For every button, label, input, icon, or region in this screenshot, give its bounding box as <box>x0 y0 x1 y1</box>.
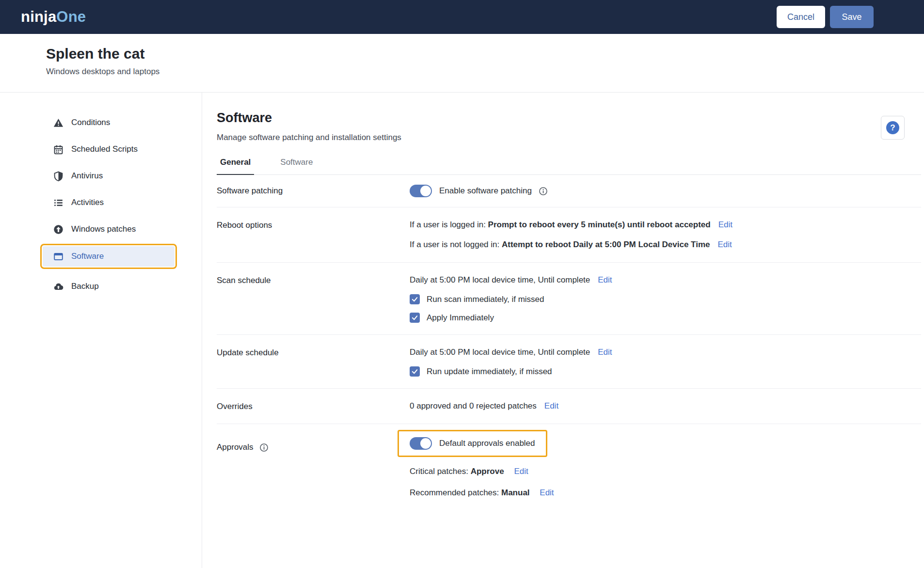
recommended-patches-value: Manual <box>501 488 530 497</box>
warning-triangle-icon <box>53 118 64 128</box>
ninjaone-logo: ninjaOne <box>21 8 86 26</box>
toggle-knob <box>420 186 431 196</box>
reboot-not-logged-in-prefix: If a user is not logged in: <box>410 239 499 251</box>
scan-schedule-value-line: Daily at 5:00 PM local device time, Unti… <box>410 274 921 286</box>
info-icon[interactable] <box>259 443 269 452</box>
sidebar-item-scheduled-scripts[interactable]: Scheduled Scripts <box>43 140 175 159</box>
recommended-patches-prefix: Recommended patches: <box>410 488 501 497</box>
sidebar-item-label: Antivirus <box>71 171 103 181</box>
update-schedule-value-line: Daily at 5:00 PM local device time, Unti… <box>410 347 921 358</box>
scan-missed-checkbox-row: Run scan immediately, if missed <box>410 294 921 304</box>
sidebar-item-software[interactable]: Software <box>43 246 175 267</box>
reboot-not-logged-in-edit-link[interactable]: Edit <box>717 239 732 251</box>
reboot-logged-in-prefix: If a user is logged in: <box>410 219 486 231</box>
update-schedule-value: Daily at 5:00 PM local device time, Unti… <box>410 347 590 358</box>
row-update-schedule: Update schedule Daily at 5:00 PM local d… <box>217 335 921 389</box>
toggle-knob <box>420 438 431 449</box>
checkmark-icon <box>411 368 418 375</box>
logo-text-one: One <box>56 8 86 25</box>
sidebar-item-label: Software <box>71 252 104 261</box>
sidebar-item-label: Windows patches <box>71 224 136 234</box>
run-update-if-missed-label: Run update immediately, if missed <box>427 367 552 377</box>
row-approvals: Approvals Default approvals enabled Crit… <box>217 424 921 510</box>
sidebar-item-backup[interactable]: Backup <box>43 277 175 296</box>
software-patching-label: Software patching <box>217 186 410 196</box>
reboot-not-logged-in-line: If a user is not logged in: Attempt to r… <box>410 239 921 251</box>
apply-immediately-label: Apply Immediately <box>427 313 494 323</box>
page-title: Software <box>217 110 921 126</box>
tab-bar: General Software <box>217 156 921 175</box>
overrides-edit-link[interactable]: Edit <box>544 400 558 412</box>
checkmark-icon <box>411 314 418 321</box>
window-icon <box>53 252 64 262</box>
sidebar-item-label: Backup <box>71 282 99 291</box>
row-software-patching: Software patching Enable software patchi… <box>217 175 921 207</box>
main-content: ? Software Manage software patching and … <box>202 93 924 568</box>
sidebar-item-label: Activities <box>71 198 104 207</box>
sidebar: Conditions Scheduled Scripts Antivirus A… <box>0 93 202 568</box>
tab-general[interactable]: General <box>217 156 254 175</box>
reboot-logged-in-line: If a user is logged in: Prompt to reboot… <box>410 219 921 231</box>
critical-patches-prefix: Critical patches: <box>410 467 471 476</box>
default-approvals-toggle-label: Default approvals enabled <box>439 439 535 448</box>
checkmark-icon <box>411 296 418 303</box>
topbar-actions: Cancel Save <box>777 6 874 28</box>
software-patching-toggle-label: Enable software patching <box>439 186 532 196</box>
overrides-value-line: 0 approved and 0 rejected patches Edit <box>410 400 921 412</box>
scan-schedule-edit-link[interactable]: Edit <box>598 274 612 286</box>
recommended-patches-edit-link[interactable]: Edit <box>540 488 554 497</box>
device-header: Spleen the cat Windows desktops and lapt… <box>0 34 924 93</box>
device-name: Spleen the cat <box>46 46 924 62</box>
list-icon <box>53 198 64 208</box>
sidebar-item-conditions[interactable]: Conditions <box>43 113 175 132</box>
apply-immediately-checkbox-row: Apply Immediately <box>410 313 921 323</box>
device-subtitle: Windows desktops and laptops <box>46 67 924 77</box>
critical-patches-edit-link[interactable]: Edit <box>514 467 528 476</box>
top-bar: ninjaOne Cancel Save <box>0 0 924 34</box>
approvals-label-wrap: Approvals <box>217 436 410 452</box>
run-scan-if-missed-checkbox[interactable] <box>410 294 420 304</box>
save-button[interactable]: Save <box>830 6 874 28</box>
update-schedule-edit-link[interactable]: Edit <box>598 347 612 358</box>
row-reboot-options: Reboot options If a user is logged in: P… <box>217 207 921 263</box>
tab-software[interactable]: Software <box>277 156 316 174</box>
apply-immediately-checkbox[interactable] <box>410 313 420 323</box>
default-approvals-toggle[interactable] <box>410 437 432 450</box>
row-scan-schedule: Scan schedule Daily at 5:00 PM local dev… <box>217 263 921 335</box>
recommended-patches-line: Recommended patches: Manual Edit <box>410 487 921 499</box>
sidebar-item-label: Conditions <box>71 118 110 127</box>
sidebar-item-antivirus[interactable]: Antivirus <box>43 166 175 186</box>
overrides-value: 0 approved and 0 rejected patches <box>410 400 537 412</box>
update-schedule-label: Update schedule <box>217 347 410 358</box>
update-missed-checkbox-row: Run update immediately, if missed <box>410 366 921 377</box>
software-patching-toggle[interactable] <box>410 185 432 197</box>
shield-icon <box>53 171 64 181</box>
page-subtitle: Manage software patching and installatio… <box>217 133 921 142</box>
run-scan-if-missed-label: Run scan immediately, if missed <box>427 295 544 304</box>
arrow-up-circle-icon <box>53 224 64 235</box>
sidebar-item-windows-patches[interactable]: Windows patches <box>43 220 175 239</box>
cancel-button[interactable]: Cancel <box>777 6 825 28</box>
reboot-options-label: Reboot options <box>217 219 410 230</box>
info-icon[interactable] <box>539 187 548 196</box>
overrides-label: Overrides <box>217 400 410 411</box>
cloud-upload-icon <box>53 282 64 292</box>
sidebar-item-activities[interactable]: Activities <box>43 193 175 212</box>
row-overrides: Overrides 0 approved and 0 rejected patc… <box>217 389 921 424</box>
logo-text-ninja: ninja <box>21 8 56 25</box>
approvals-label: Approvals <box>217 442 254 452</box>
run-update-if-missed-checkbox[interactable] <box>410 366 420 377</box>
reboot-not-logged-in-value: Attempt to reboot Daily at 5:00 PM Local… <box>502 239 710 251</box>
calendar-icon <box>53 144 64 155</box>
scan-schedule-value: Daily at 5:00 PM local device time, Unti… <box>410 274 590 286</box>
critical-patches-value: Approve <box>471 467 504 476</box>
reboot-logged-in-value: Prompt to reboot every 5 minute(s) until… <box>488 219 711 231</box>
question-mark-icon: ? <box>886 121 899 134</box>
reboot-logged-in-edit-link[interactable]: Edit <box>718 219 733 231</box>
scan-schedule-label: Scan schedule <box>217 274 410 285</box>
sidebar-item-label: Scheduled Scripts <box>71 144 138 154</box>
critical-patches-line: Critical patches: Approve Edit <box>410 466 921 477</box>
help-button[interactable]: ? <box>881 116 905 140</box>
approvals-highlight-box: Default approvals enabled <box>398 430 547 457</box>
